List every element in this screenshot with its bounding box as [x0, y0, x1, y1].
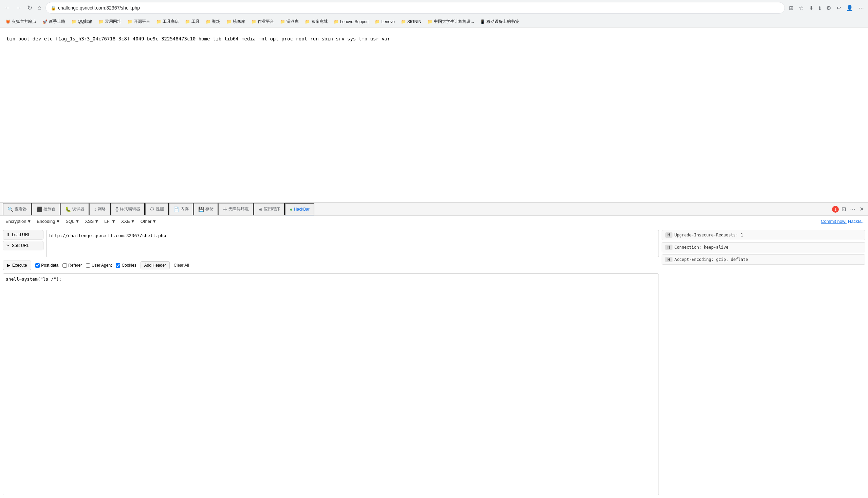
load-url-icon: ⬆: [6, 232, 10, 237]
tab-debugger[interactable]: 🐛 调试器: [60, 203, 89, 215]
info-button[interactable]: ℹ: [817, 3, 822, 13]
bookmark-newbie[interactable]: 🚀新手上路: [40, 17, 68, 26]
bookmark-mirror[interactable]: 📁镜像库: [224, 17, 248, 26]
cookies-checkbox-label[interactable]: Cookies: [116, 263, 136, 268]
cookies-checkbox[interactable]: [116, 263, 120, 268]
clear-all-button[interactable]: Clear All: [174, 263, 189, 268]
style-editor-icon: {}: [116, 207, 119, 212]
tab-storage-label: 存储: [205, 206, 214, 212]
user-agent-checkbox[interactable]: [86, 263, 90, 268]
bookmark-firefox[interactable]: 🦊火狐官方站点: [3, 17, 39, 26]
bookmark-university[interactable]: 📁中国大学生计算机设...: [425, 17, 477, 26]
xss-menu[interactable]: XSS ▼: [83, 218, 101, 225]
tab-memory-label: 内存: [180, 206, 189, 212]
sql-chevron: ▼: [75, 219, 79, 224]
bookmark-mobile[interactable]: 📱移动设备上的书签: [477, 17, 522, 26]
referer-checkbox-label[interactable]: Referer: [63, 263, 82, 268]
load-url-button[interactable]: ⬆ Load URL: [3, 230, 43, 239]
bookmark-tools[interactable]: 📁工具: [182, 17, 202, 26]
sql-menu[interactable]: SQL ▼: [64, 218, 81, 225]
bookmark-qqmail[interactable]: 📁QQ邮箱: [69, 17, 95, 26]
tab-console[interactable]: ⬛ 控制台: [31, 203, 60, 215]
hackbar-content: ⬆ Load URL ✂ Split URL ▶ Execute: [0, 227, 868, 498]
bookmark-toolstore[interactable]: 📁工具商店: [153, 17, 181, 26]
user-agent-checkbox-label[interactable]: User Agent: [86, 263, 112, 268]
tab-memory[interactable]: 📄 内存: [169, 203, 193, 215]
application-icon: ⊞: [258, 207, 262, 212]
tab-accessibility[interactable]: ✛ 无障碍环境: [218, 203, 254, 215]
tab-console-label: 控制台: [43, 206, 56, 212]
referer-checkbox[interactable]: [63, 263, 67, 268]
clear-all-label: Clear All: [174, 263, 189, 268]
xss-label: XSS: [85, 219, 94, 224]
back-button[interactable]: ←: [3, 3, 12, 13]
reload-button[interactable]: ↻: [26, 3, 33, 13]
download-button[interactable]: ⬇: [808, 3, 815, 13]
add-header-button[interactable]: Add Header: [140, 261, 170, 270]
xxe-menu[interactable]: XXE ▼: [119, 218, 137, 225]
tab-inspector[interactable]: 🔍 查看器: [3, 203, 31, 215]
bookmark-jd[interactable]: 📁京东商城: [302, 17, 330, 26]
tab-performance[interactable]: ⏱ 性能: [145, 203, 169, 215]
referer-label: Referer: [68, 263, 82, 268]
bookmark-opensource[interactable]: 📁开源平台: [125, 17, 153, 26]
devtools-close-button[interactable]: ✕: [858, 205, 865, 214]
tab-network[interactable]: ↕ 网络: [89, 203, 111, 215]
home-button[interactable]: ⌂: [36, 3, 43, 13]
bookmark-homework[interactable]: 📁作业平台: [248, 17, 277, 26]
commit-link[interactable]: Commit now!: [821, 219, 846, 224]
tab-hackbar[interactable]: ● HackBar: [285, 203, 314, 215]
hackbar-toolbar: Encryption ▼ Encoding ▼ SQL ▼ XSS ▼ LFI …: [0, 216, 868, 227]
header-value-0: Upgrade-Insecure-Requests: 1: [675, 233, 743, 237]
post-data-checkbox[interactable]: [35, 263, 40, 268]
encoding-menu[interactable]: Encoding ▼: [35, 218, 62, 225]
split-url-button[interactable]: ✂ Split URL: [3, 241, 43, 250]
profile-button[interactable]: 👤: [845, 3, 854, 13]
tab-storage[interactable]: 💾 存储: [193, 203, 218, 215]
accessibility-icon: ✛: [223, 207, 227, 212]
url-input[interactable]: [46, 230, 659, 257]
tab-application[interactable]: ⊞ 应用程序: [254, 203, 285, 215]
url-buttons: ⬆ Load URL ✂ Split URL: [3, 230, 43, 250]
bookmark-common[interactable]: 📁常用网址: [96, 17, 124, 26]
forward-button[interactable]: →: [14, 3, 23, 13]
header-badge-0: H: [665, 232, 673, 238]
tab-style-editor[interactable]: {} 样式编辑器: [111, 203, 145, 215]
header-row-1: H Connection: keep-alive: [662, 242, 865, 252]
extensions-button[interactable]: ⊞: [788, 3, 795, 13]
bookmark-vuln[interactable]: 📁漏洞库: [277, 17, 301, 26]
bookmark-target[interactable]: 📁靶场: [203, 17, 223, 26]
menu-button[interactable]: ⋯: [857, 3, 865, 13]
inspector-icon: 🔍: [8, 207, 13, 212]
sql-label: SQL: [66, 219, 74, 224]
bookmark-signin[interactable]: 📁SIGNIN: [398, 18, 424, 25]
post-data-checkbox-label[interactable]: Post data: [35, 263, 58, 268]
address-bar[interactable]: 🔒 challenge.qsncctf.com:32367/shell.php: [45, 2, 785, 14]
network-icon: ↕: [94, 207, 96, 212]
encoding-chevron: ▼: [56, 219, 60, 224]
bookmark-button[interactable]: ☆: [797, 3, 805, 13]
url-display: challenge.qsncctf.com:32367/shell.php: [58, 5, 780, 11]
tab-application-label: 应用程序: [264, 206, 280, 212]
history-button[interactable]: ↩: [835, 3, 842, 13]
other-menu[interactable]: Other ▼: [138, 218, 159, 225]
encryption-menu[interactable]: Encryption ▼: [3, 218, 33, 225]
devtools-dock-button[interactable]: ⊡: [840, 205, 847, 214]
bookmark-lenovo[interactable]: 📁Lenovo: [372, 18, 397, 25]
bookmark-lenovo-support[interactable]: 📁Lenovo Support: [331, 18, 372, 25]
settings-button[interactable]: ⚙: [825, 3, 832, 13]
tab-network-label: 网络: [98, 206, 106, 212]
bookmarks-bar: 🦊火狐官方站点 🚀新手上路 📁QQ邮箱 📁常用网址 📁开源平台 📁工具商店 📁工…: [0, 16, 868, 28]
hackbar-right: H Upgrade-Insecure-Requests: 1 H Connect…: [662, 230, 865, 495]
cookies-label: Cookies: [122, 263, 136, 268]
lfi-menu[interactable]: LFI ▼: [102, 218, 118, 225]
body-input[interactable]: [3, 274, 659, 495]
hackbar-link[interactable]: HackB...: [848, 219, 865, 224]
tab-accessibility-label: 无障碍环境: [229, 206, 249, 212]
tab-hackbar-label: HackBar: [294, 207, 310, 212]
hackbar-panel: Encryption ▼ Encoding ▼ SQL ▼ XSS ▼ LFI …: [0, 216, 868, 498]
performance-icon: ⏱: [150, 207, 154, 212]
execute-button[interactable]: ▶ Execute: [3, 261, 31, 270]
devtools-error-badge[interactable]: 1: [832, 206, 839, 213]
devtools-more-button[interactable]: ⋯: [849, 205, 857, 214]
